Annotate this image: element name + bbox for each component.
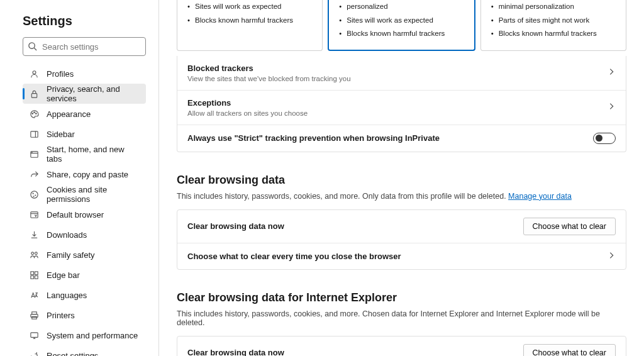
sidebar-item-label: Cookies and site permissions xyxy=(47,185,140,204)
svg-rect-7 xyxy=(30,131,37,136)
reset-icon xyxy=(29,350,39,356)
clear-ie-now-row: Clear browsing data now Choose what to c… xyxy=(177,337,626,356)
lock-icon xyxy=(29,89,39,99)
svg-point-4 xyxy=(31,113,33,114)
svg-point-18 xyxy=(31,252,33,254)
sidebar-item-edge-bar[interactable]: Edge bar xyxy=(23,265,146,285)
languages-icon xyxy=(29,290,39,300)
tracking-bullet: Blocks known harmful trackers xyxy=(489,27,618,41)
tracking-bullet: Blocks known harmful trackers xyxy=(185,14,314,28)
sidebar-item-label: Edge bar xyxy=(47,270,80,280)
svg-rect-27 xyxy=(30,332,37,337)
clear-now-row: Clear browsing data now Choose what to c… xyxy=(177,210,626,243)
nav-list: ProfilesPrivacy, search, and servicesApp… xyxy=(23,64,146,356)
sidebar-item-appearance[interactable]: Appearance xyxy=(23,104,146,124)
exceptions-row[interactable]: Exceptions Allow all trackers on sites y… xyxy=(177,90,626,125)
default-browser-icon xyxy=(29,209,39,220)
tracking-bullet: Parts of sites might not work xyxy=(489,14,618,28)
strict-inprivate-row: Always use "Strict" tracking prevention … xyxy=(177,125,626,152)
sidebar-item-label: Appearance xyxy=(47,109,91,119)
sidebar-item-sidebar[interactable]: Sidebar xyxy=(23,124,146,144)
clear-now-title: Clear browsing data now xyxy=(187,221,523,231)
sidebar-item-privacy-search-and-services[interactable]: Privacy, search, and services xyxy=(23,84,146,104)
sidebar-item-label: System and performance xyxy=(47,331,138,340)
clear-on-close-title: Choose what to clear every time you clos… xyxy=(187,252,607,261)
page-title: Settings xyxy=(23,14,146,28)
svg-line-1 xyxy=(34,48,36,50)
svg-point-2 xyxy=(33,70,36,74)
sidebar-item-profiles[interactable]: Profiles xyxy=(23,64,146,84)
profile-icon xyxy=(29,69,39,79)
search-icon xyxy=(28,42,37,51)
clear-ie-now-title: Clear browsing data now xyxy=(187,348,523,356)
chevron-right-icon xyxy=(607,102,616,113)
sidebar-item-reset-settings[interactable]: Reset settings xyxy=(23,345,146,356)
choose-what-to-clear-ie-button[interactable]: Choose what to clear xyxy=(523,344,616,356)
sidebar-item-label: Start, home, and new tabs xyxy=(47,145,140,164)
choose-what-to-clear-button[interactable]: Choose what to clear xyxy=(523,218,616,235)
clear-ie-heading: Clear browsing data for Internet Explore… xyxy=(177,291,626,304)
strict-inprivate-title: Always use "Strict" tracking prevention … xyxy=(187,133,593,143)
tracking-card-balanced[interactable]: personalizedSites will work as expectedB… xyxy=(328,0,475,51)
sidebar-item-languages[interactable]: Languages xyxy=(23,285,146,305)
clear-ie-desc: This includes history, passwords, cookie… xyxy=(177,309,626,327)
clear-on-close-row[interactable]: Choose what to clear every time you clos… xyxy=(177,243,626,269)
sidebar-item-label: Default browser xyxy=(47,210,104,220)
blocked-trackers-row[interactable]: Blocked trackers View the sites that we'… xyxy=(177,56,626,90)
svg-point-5 xyxy=(33,111,35,113)
exceptions-sub: Allow all trackers on sites you choose xyxy=(187,109,607,117)
share-icon xyxy=(29,169,39,179)
tracking-card-strict[interactable]: minimal personalizationParts of sites mi… xyxy=(480,0,626,51)
sidebar-item-printers[interactable]: Printers xyxy=(23,305,146,325)
svg-rect-3 xyxy=(31,93,36,97)
chevron-right-icon xyxy=(607,67,616,78)
sidebar-item-label: Share, copy and paste xyxy=(47,170,128,179)
exceptions-title: Exceptions xyxy=(187,98,607,108)
sidebar-item-label: Family safety xyxy=(47,250,95,260)
blocked-trackers-sub: View the sites that we've blocked from t… xyxy=(187,75,607,82)
svg-rect-22 xyxy=(30,275,33,279)
blocked-trackers-title: Blocked trackers xyxy=(187,64,607,73)
svg-rect-16 xyxy=(30,211,37,217)
main-content: Sites will work as expectedBlocks known … xyxy=(159,0,644,356)
tracking-cards: Sites will work as expectedBlocks known … xyxy=(177,0,626,51)
sidebar-item-cookies-and-site-permissions[interactable]: Cookies and site permissions xyxy=(23,184,146,204)
sidebar-item-label: Privacy, search, and services xyxy=(47,84,140,103)
appearance-icon xyxy=(29,109,39,119)
tracking-bullet: Sites will work as expected xyxy=(185,0,314,14)
system-icon xyxy=(29,330,39,340)
sidebar-item-start-home-and-new-tabs[interactable]: Start, home, and new tabs xyxy=(23,144,146,164)
search-wrap xyxy=(23,37,146,56)
svg-point-15 xyxy=(33,196,34,196)
sidebar-item-downloads[interactable]: Downloads xyxy=(23,225,146,245)
clear-data-desc: This includes history, passwords, cookie… xyxy=(177,192,626,201)
sidebar-item-family-safety[interactable]: Family safety xyxy=(23,245,146,265)
download-icon xyxy=(29,230,39,240)
sidebar-item-label: Reset settings xyxy=(47,351,98,357)
svg-point-6 xyxy=(35,113,36,114)
svg-point-13 xyxy=(33,193,33,194)
sidebar-item-label: Sidebar xyxy=(47,130,75,139)
svg-rect-21 xyxy=(35,271,38,274)
tracking-bullet: minimal personalization xyxy=(489,0,618,14)
sidebar-icon xyxy=(29,129,39,139)
manage-your-data-link[interactable]: Manage your data xyxy=(508,192,572,201)
svg-rect-23 xyxy=(35,275,38,279)
settings-sidebar: Settings ProfilesPrivacy, search, and se… xyxy=(0,0,158,356)
svg-point-14 xyxy=(35,194,35,195)
printer-icon xyxy=(29,310,39,320)
tracking-bullet: Sites will work as expected xyxy=(336,14,466,28)
svg-point-19 xyxy=(35,252,37,254)
sidebar-item-share-copy-and-paste[interactable]: Share, copy and paste xyxy=(23,164,146,184)
svg-point-0 xyxy=(29,43,35,48)
search-input[interactable] xyxy=(23,37,146,56)
clear-data-heading: Clear browsing data xyxy=(177,174,626,187)
sidebar-item-system-and-performance[interactable]: System and performance xyxy=(23,325,146,345)
svg-rect-20 xyxy=(30,271,33,274)
sidebar-item-label: Downloads xyxy=(47,230,87,240)
tracking-card-basic[interactable]: Sites will work as expectedBlocks known … xyxy=(177,0,323,51)
sidebar-item-default-browser[interactable]: Default browser xyxy=(23,204,146,225)
svg-point-11 xyxy=(31,152,32,152)
edgebar-icon xyxy=(29,270,39,280)
strict-inprivate-toggle[interactable] xyxy=(593,133,616,144)
